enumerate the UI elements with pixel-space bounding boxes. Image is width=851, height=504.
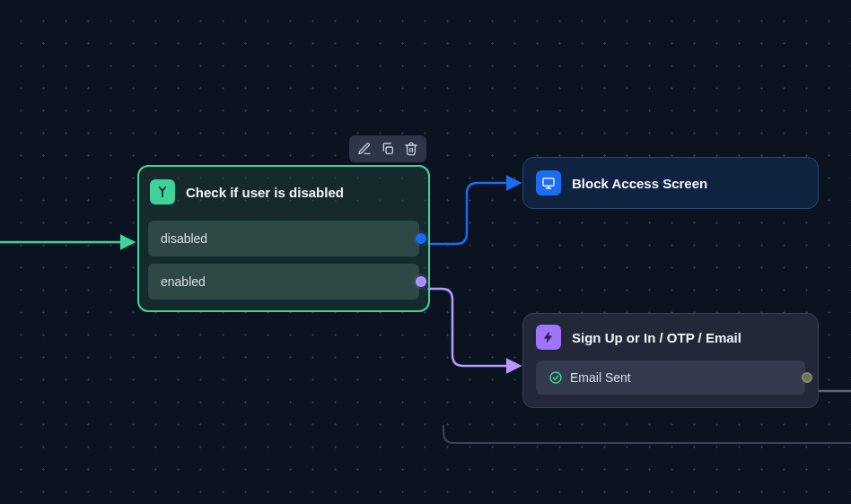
check-circle-icon	[548, 370, 563, 385]
svg-rect-1	[543, 178, 554, 187]
svg-point-4	[550, 372, 561, 383]
svg-rect-0	[386, 147, 392, 153]
screen-icon	[536, 170, 561, 196]
flow-canvas[interactable]: Check if user is disabled disabled enabl…	[0, 0, 851, 504]
output-port-email-sent[interactable]	[802, 372, 812, 383]
branch-disabled[interactable]: disabled	[148, 221, 419, 256]
branch-icon	[150, 179, 175, 204]
output-port-enabled[interactable]	[416, 276, 426, 287]
copy-button[interactable]	[380, 141, 396, 157]
trash-icon	[404, 142, 418, 156]
bolt-icon	[536, 325, 561, 350]
signup-node[interactable]: Sign Up or In / OTP / Email Email Sent	[522, 313, 819, 408]
edit-button[interactable]	[356, 141, 373, 157]
signup-node-header: Sign Up or In / OTP / Email	[536, 325, 805, 361]
condition-node[interactable]: Check if user is disabled disabled enabl…	[137, 165, 430, 312]
condition-node-header: Check if user is disabled	[148, 176, 419, 213]
branch-label: enabled	[161, 274, 206, 289]
pencil-icon	[357, 142, 372, 156]
copy-icon	[381, 142, 395, 156]
branch-enabled[interactable]: enabled	[148, 264, 419, 300]
signup-status-label: Email Sent	[570, 370, 631, 385]
node-toolbar	[349, 135, 426, 162]
delete-button[interactable]	[403, 141, 419, 157]
output-port-disabled[interactable]	[416, 233, 426, 244]
condition-node-title: Check if user is disabled	[186, 185, 344, 200]
branch-label: disabled	[161, 231, 207, 246]
signup-status-row[interactable]: Email Sent	[536, 361, 805, 395]
block-access-title: Block Access Screen	[572, 176, 707, 191]
signup-node-title: Sign Up or In / OTP / Email	[572, 330, 741, 345]
block-access-node[interactable]: Block Access Screen	[522, 157, 819, 209]
